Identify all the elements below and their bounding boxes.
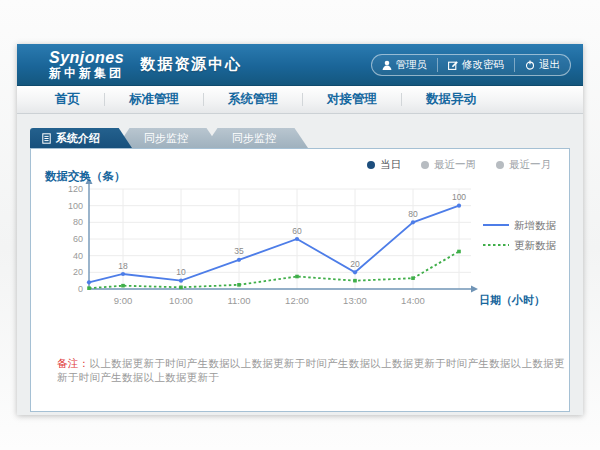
current-user-button[interactable]: 管理员 [372,58,438,72]
logo-wordmark: Synjones [49,50,124,67]
main-nav: 首页 标准管理 系统管理 对接管理 数据异动 [17,86,583,114]
content-area: 系统介绍 同步监控 同步监控 当日 最近一周 [17,114,583,415]
range-option-label: 最近一月 [509,158,551,172]
tab-bar: 系统介绍 同步监控 同步监控 [30,128,570,148]
nav-item-integration-mgmt[interactable]: 对接管理 [302,93,401,106]
radio-unselected-icon [421,161,429,169]
svg-text:20: 20 [350,259,360,269]
current-user-label: 管理员 [396,58,428,72]
svg-text:60: 60 [292,226,302,236]
chart-area: 020406080100120数据交换（条）日期（小时）9:0010:0011:… [31,149,569,321]
app-window: Synjones 新中新集团 数据资源中心 管理员 修改密码 退出 首页 标准管… [17,44,583,415]
range-option-label: 当日 [380,158,401,172]
user-icon [382,60,392,70]
svg-text:9:00: 9:00 [114,295,133,306]
svg-text:10:00: 10:00 [169,295,193,306]
range-option-last-month[interactable]: 最近一月 [496,158,551,172]
line-chart: 020406080100120数据交换（条）日期（小时）9:0010:0011:… [39,167,559,317]
edit-icon [448,60,458,70]
svg-text:35: 35 [234,246,244,256]
nav-item-home[interactable]: 首页 [31,93,104,106]
range-option-label: 最近一周 [434,158,476,172]
svg-text:100: 100 [452,192,466,202]
app-header: Synjones 新中新集团 数据资源中心 管理员 修改密码 退出 [17,44,583,86]
svg-text:80: 80 [73,217,83,227]
tab-label: 同步监控 [232,128,276,148]
range-option-last-week[interactable]: 最近一周 [421,158,476,172]
svg-text:18: 18 [118,261,128,271]
change-password-label: 修改密码 [462,58,504,72]
svg-text:数据交换（条）: 数据交换（条） [44,169,126,183]
svg-text:100: 100 [68,201,83,211]
svg-text:120: 120 [68,184,83,194]
range-option-today[interactable]: 当日 [367,158,401,172]
change-password-button[interactable]: 修改密码 [437,58,514,72]
svg-text:14:00: 14:00 [401,295,425,306]
nav-item-data-changes[interactable]: 数据异动 [401,93,500,106]
app-title: 数据资源中心 [140,55,242,74]
logout-button[interactable]: 退出 [514,58,570,72]
radio-selected-icon [367,161,375,169]
chart-panel: 当日 最近一周 最近一月 020406080100120数据交换（条）日期（小时… [30,148,570,412]
svg-text:13:00: 13:00 [343,295,367,306]
svg-text:新增数据: 新增数据 [514,219,557,231]
svg-text:40: 40 [73,251,83,261]
logo-company-name: 新中新集团 [49,67,124,80]
radio-unselected-icon [496,161,504,169]
svg-text:60: 60 [73,234,83,244]
tab-system-intro[interactable]: 系统介绍 [30,128,132,148]
svg-text:日期（小时）: 日期（小时） [479,294,545,307]
tab-sync-monitor-1[interactable]: 同步监控 [116,128,220,148]
footnote-label: 备注： [57,357,89,369]
user-toolbar: 管理员 修改密码 退出 [371,54,572,76]
svg-text:20: 20 [73,267,83,277]
tab-sync-monitor-2[interactable]: 同步监控 [204,128,308,148]
nav-item-standard-mgmt[interactable]: 标准管理 [104,93,203,106]
svg-text:更新数据: 更新数据 [514,239,557,251]
nav-item-system-mgmt[interactable]: 系统管理 [203,93,302,106]
logo: Synjones 新中新集团 [49,50,124,79]
footnote: 备注：以上数据更新于时间产生数据以上数据更新于时间产生数据以上数据更新于时间产生… [31,357,569,385]
svg-text:80: 80 [408,209,418,219]
power-icon [525,60,535,70]
logout-label: 退出 [539,58,560,72]
svg-text:12:00: 12:00 [285,295,309,306]
svg-text:11:00: 11:00 [227,295,250,306]
time-range-options: 当日 最近一周 最近一月 [367,158,551,172]
document-icon [42,133,51,144]
footnote-text: 以上数据更新于时间产生数据以上数据更新于时间产生数据以上数据更新于时间产生数据以… [57,357,565,383]
svg-text:0: 0 [78,284,83,294]
tab-label: 同步监控 [144,128,188,148]
tab-label: 系统介绍 [56,128,100,148]
svg-text:10: 10 [176,267,186,277]
